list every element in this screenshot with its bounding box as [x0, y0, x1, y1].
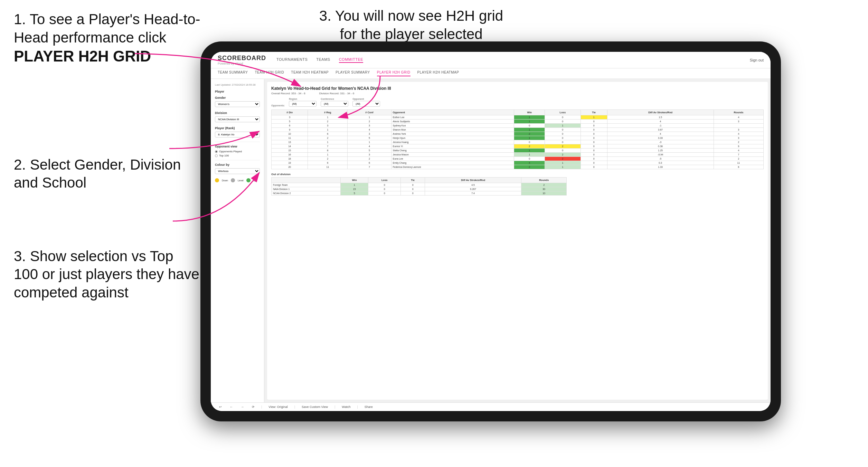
out-of-division-label: Out of division — [271, 173, 764, 176]
ood-cell-name: Foreign Team — [272, 183, 341, 187]
toolbar-save-custom[interactable]: Save Custom View — [300, 404, 329, 409]
ood-col-rounds: Rounds — [521, 178, 567, 183]
col-opponent: Opponent — [391, 110, 514, 115]
region-label: Region — [289, 98, 317, 100]
grid-records: Overall Record: 353 - 34 - 6 Division Re… — [271, 92, 764, 95]
sub-player-h2h-grid[interactable]: PLAYER H2H GRID — [377, 70, 411, 76]
cell-div: 16 — [272, 153, 308, 157]
cell-rounds: 6 — [714, 165, 763, 169]
nav-committee[interactable]: COMMITTEE — [339, 57, 364, 63]
colour-by-select[interactable]: Win/loss — [215, 168, 260, 174]
division-select[interactable]: NCAA Division III — [215, 116, 260, 122]
ood-table-row: Foreign Team 1 0 0 4.5 2 — [272, 183, 567, 187]
grid-title: Katelyn Vo Head-to-Head Grid for Women's… — [271, 86, 764, 91]
out-of-division-table: Win Loss Tie Diff Av Strokes/Rnd Rounds … — [271, 177, 567, 196]
cell-loss: 1 — [545, 124, 581, 128]
cell-win: 0 — [514, 157, 545, 161]
toolbar-sep3: | — [334, 405, 335, 409]
sub-player-summary[interactable]: PLAYER SUMMARY — [336, 70, 370, 76]
radio-opponents-played[interactable]: Opponents Played — [215, 150, 260, 153]
cell-opponent: Jessica Huang — [391, 140, 514, 144]
grid-area: Katelyn Vo Head-to-Head Grid for Women's… — [267, 82, 768, 400]
cell-rounds: 7 — [714, 153, 763, 157]
nav-tournaments[interactable]: TOURNAMENTS — [276, 57, 308, 63]
sub-team-summary[interactable]: TEAM SUMMARY — [218, 70, 248, 76]
step1-bold: PLAYER H2H GRID — [14, 48, 151, 65]
cell-win: 1 — [514, 115, 545, 120]
table-row: 20 11 7 Federica Domecq Lacroze 2 1 0 1.… — [272, 165, 764, 169]
cell-tie: 0 — [581, 149, 607, 153]
cell-reg: 1 — [308, 115, 348, 120]
ood-cell-loss: 0 — [368, 187, 401, 191]
cell-rounds: 2 — [714, 157, 763, 161]
player-rank-select[interactable]: 8. Katelyn Vo — [215, 132, 260, 137]
cell-diff: 1.25 — [607, 149, 714, 153]
sub-player-h2h-heatmap[interactable]: PLAYER H2H HEATMAP — [417, 70, 459, 76]
ood-cell-win: 5 — [341, 191, 368, 196]
cell-diff: 4 — [607, 120, 714, 124]
cell-win: 1 — [514, 153, 545, 157]
sidebar-timestamp: Last Updated: 27/03/2024 16:55:38 — [215, 83, 260, 86]
logo-area: SCOREBOARD Powered by clippd — [218, 55, 266, 65]
player-rank-label: Player (Rank) — [215, 126, 260, 130]
gender-select[interactable]: Women's — [215, 101, 260, 107]
instruction-step3b: 3. Show selection vs Top 100 or just pla… — [14, 247, 200, 302]
cell-rounds: 3 — [714, 136, 763, 140]
toolbar-back[interactable]: ← — [228, 404, 234, 409]
cell-div: 10 — [272, 132, 308, 136]
nav-teams[interactable]: TEAMS — [316, 57, 330, 63]
cell-reg: 11 — [308, 165, 348, 169]
cell-loss: 0 — [545, 115, 581, 120]
cell-win: 0 — [514, 124, 545, 128]
sub-team-h2h-grid[interactable]: TEAM H2H GRID — [255, 70, 284, 76]
logo-sub: Powered by clippd — [218, 62, 266, 65]
cell-conf: 4 — [348, 128, 391, 132]
table-row: 5 2 2 Alexis Sudijanto 1 0 0 4 3 — [272, 120, 764, 124]
cell-opponent: Sydney Kuo — [391, 124, 514, 128]
toolbar-share[interactable]: Share — [363, 404, 374, 409]
cell-win: 0 — [514, 140, 545, 144]
logo-text: SCOREBOARD — [218, 55, 266, 62]
ood-table-row: NCAA Division 2 5 0 0 7.4 10 — [272, 191, 567, 196]
cell-reg: 8 — [308, 149, 348, 153]
ood-table-row: NAIA Division 1 15 0 0 9.267 30 — [272, 187, 567, 191]
ood-col-name — [272, 178, 341, 183]
cell-loss: 0 — [545, 128, 581, 132]
toolbar-watch[interactable]: Watch — [340, 404, 352, 409]
radio-top100[interactable]: Top 100 — [215, 154, 260, 157]
cell-loss: 0 — [545, 149, 581, 153]
cell-div: 20 — [272, 165, 308, 169]
cell-reg: 2 — [308, 136, 348, 140]
col-conf: # Conf — [348, 110, 391, 115]
cell-conf: 3 — [348, 153, 391, 157]
cell-win: 2 — [514, 132, 545, 136]
col-loss: Loss — [545, 110, 581, 115]
legend-up-label: Up — [253, 179, 256, 182]
sign-out-link[interactable]: Sign out — [750, 58, 764, 62]
step3a-text: 3. You will now see H2H grid for the pla… — [311, 7, 511, 43]
cell-win: 1 — [514, 120, 545, 124]
toolbar-view-original[interactable]: View: Original — [267, 404, 289, 409]
cell-opponent: Federica Domecq Lacroze — [391, 165, 514, 169]
cell-conf: 2 — [348, 157, 391, 161]
cell-opponent: Jessica Mason — [391, 153, 514, 157]
toolbar-refresh[interactable]: ⟳ — [251, 404, 256, 409]
cell-conf: 4 — [348, 144, 391, 149]
cell-conf: 5 — [348, 149, 391, 153]
sub-team-h2h-heatmap[interactable]: TEAM H2H HEATMAP — [291, 70, 329, 76]
toolbar-sep2: | — [294, 405, 295, 409]
opponent-label: Opponent — [352, 98, 380, 100]
cell-tie: 0 — [581, 161, 607, 165]
col-reg: # Reg — [308, 110, 348, 115]
cell-conf: 1 — [348, 140, 391, 144]
cell-div: 3 — [272, 115, 308, 120]
cell-diff: -5 — [607, 157, 714, 161]
toolbar-forward[interactable]: → — [239, 404, 245, 409]
cell-win: 1 — [514, 149, 545, 153]
toolbar-undo[interactable]: ↩ — [218, 404, 223, 409]
opponent-select[interactable]: (All) — [352, 101, 380, 107]
cell-loss: 0 — [545, 132, 581, 136]
tablet: SCOREBOARD Powered by clippd TOURNAMENTS… — [200, 41, 781, 421]
conference-select[interactable]: (All) — [321, 101, 348, 107]
region-select[interactable]: (All) — [289, 101, 317, 107]
